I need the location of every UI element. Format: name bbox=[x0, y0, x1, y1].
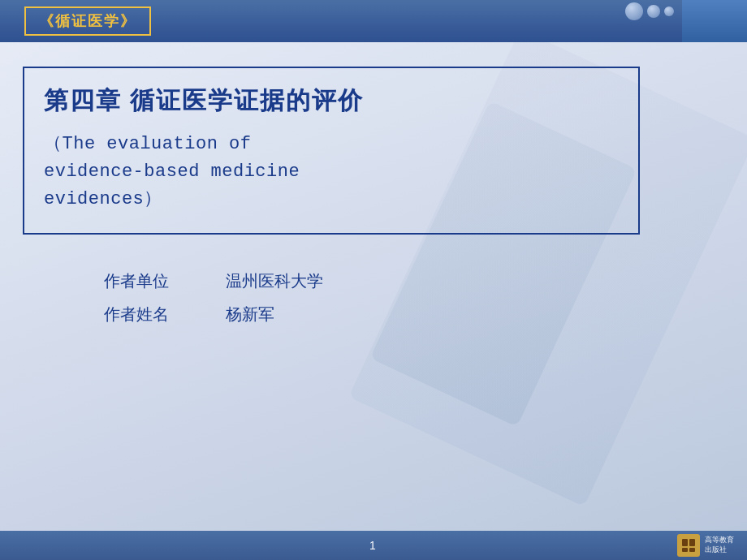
author-value-0: 温州医科大学 bbox=[226, 270, 323, 292]
slide-container: 《循证医学》 第四章 循证医学证据的评价 （The evaluation of … bbox=[0, 0, 747, 560]
publisher-logo: 高等教育 出版社 bbox=[677, 534, 734, 557]
header-title-box: 《循证医学》 bbox=[24, 6, 151, 36]
author-section: 作者单位 温州医科大学 作者姓名 杨新军 bbox=[104, 270, 323, 325]
svg-rect-2 bbox=[682, 548, 688, 552]
sphere-1 bbox=[625, 2, 643, 20]
svg-rect-1 bbox=[689, 539, 695, 546]
publisher-svg-icon bbox=[680, 537, 697, 554]
author-row-0: 作者单位 温州医科大学 bbox=[104, 270, 323, 292]
publisher-text: 高等教育 出版社 bbox=[705, 536, 734, 554]
header-bar: 《循证医学》 bbox=[0, 0, 747, 42]
subtitle-line1: （The evaluation of bbox=[44, 134, 251, 154]
publisher-name-line2: 出版社 bbox=[705, 545, 734, 555]
main-content: 第四章 循证医学证据的评价 （The evaluation of evidenc… bbox=[23, 58, 724, 511]
chapter-box: 第四章 循证医学证据的评价 （The evaluation of evidenc… bbox=[23, 67, 640, 235]
top-right-accent bbox=[682, 0, 747, 42]
header-title: 《循证医学》 bbox=[39, 13, 136, 29]
chapter-title: 第四章 循证医学证据的评价 bbox=[44, 84, 619, 118]
bottom-bar: 1 bbox=[0, 531, 747, 560]
svg-rect-0 bbox=[682, 539, 688, 546]
author-row-1: 作者姓名 杨新军 bbox=[104, 304, 323, 325]
sphere-2 bbox=[647, 5, 660, 18]
chapter-subtitle: （The evaluation of evidence-based medici… bbox=[44, 131, 619, 213]
sphere-3 bbox=[664, 6, 674, 16]
svg-rect-3 bbox=[689, 548, 695, 552]
subtitle-line2: evidence-based medicine bbox=[44, 162, 300, 182]
author-value-1: 杨新军 bbox=[226, 304, 274, 325]
subtitle-line3: evidences） bbox=[44, 189, 162, 209]
page-number: 1 bbox=[369, 539, 378, 552]
author-label-1: 作者姓名 bbox=[104, 304, 177, 325]
publisher-icon bbox=[677, 534, 700, 557]
deco-spheres bbox=[625, 2, 674, 20]
publisher-name-line1: 高等教育 bbox=[705, 536, 734, 545]
author-label-0: 作者单位 bbox=[104, 270, 177, 292]
